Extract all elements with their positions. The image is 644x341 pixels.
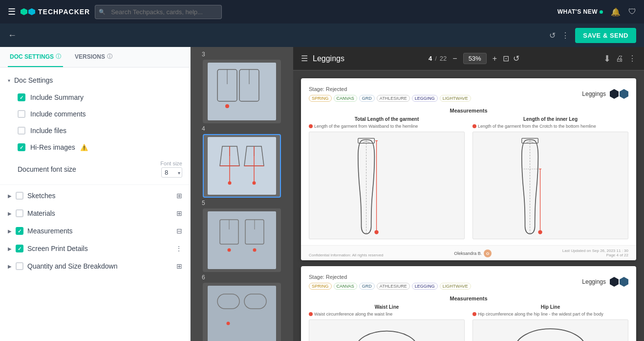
refresh-button[interactable]: ↺	[549, 31, 556, 40]
hi-res-images-item[interactable]: Hi-Res images ⚠️	[0, 139, 190, 156]
svg-point-4	[225, 104, 229, 108]
measurement-left: Total Length of the garment Length of th…	[309, 116, 465, 239]
thumb-number-3: 3	[200, 51, 205, 58]
sketches-label: Sketches	[27, 192, 172, 200]
left-sketch-svg	[309, 132, 464, 239]
thumb-number-5: 5	[200, 200, 205, 206]
screen-print-more-icon[interactable]: ⋮	[175, 245, 182, 252]
hi-res-images-checkbox[interactable]	[18, 143, 25, 151]
thumbnail-5[interactable]: 5	[200, 200, 284, 272]
thumb-image-5[interactable]	[203, 208, 281, 272]
thumb-image-4[interactable]	[203, 134, 281, 198]
page-info: Last Updated on Sep 26, 2023 11 : 30 Pag…	[562, 249, 628, 257]
tag-grd: GRD	[359, 95, 375, 102]
author-info: Oleksandra B. O	[454, 250, 492, 257]
font-size-row: Document font size Font size 8 9 10 11 1…	[0, 156, 190, 182]
sketches-table-icon[interactable]: ⊞	[176, 192, 182, 200]
p5-logo-hex-a	[610, 277, 619, 287]
quantity-size-table-icon[interactable]: ⊞	[176, 262, 182, 270]
svg-point-18	[253, 249, 257, 252]
zoom-level-display: 53%	[463, 53, 487, 64]
logo-hex-b	[620, 89, 628, 99]
zoom-in-button[interactable]: +	[491, 52, 499, 65]
materials-label: Materials	[27, 209, 172, 217]
back-button[interactable]: ←	[8, 30, 17, 41]
svg-rect-19	[217, 294, 239, 309]
thumbnail-6[interactable]: 6	[200, 274, 284, 341]
sketches-item[interactable]: ▶ Sketches ⊞	[0, 187, 190, 205]
more-options-button[interactable]: ⋮	[561, 31, 569, 40]
divider	[0, 184, 190, 185]
font-size-select[interactable]: 8 9 10 11 12	[161, 167, 182, 178]
search-input[interactable]	[95, 5, 222, 19]
tab-versions[interactable]: VERSIONS ⓘ	[73, 47, 114, 67]
notification-icon[interactable]: 🔔	[611, 7, 621, 17]
screen-print-chevron-icon: ▶	[8, 246, 12, 251]
svg-point-12	[253, 182, 256, 185]
thumb-image-6[interactable]	[203, 283, 281, 341]
shield-icon[interactable]: 🛡	[628, 7, 636, 16]
include-files-checkbox[interactable]	[18, 127, 25, 135]
zoom-out-button[interactable]: −	[451, 52, 459, 65]
doc-settings-section-header[interactable]: ▾ Doc Settings	[0, 71, 190, 89]
whats-new-button[interactable]: WHAT'S NEW	[558, 8, 603, 15]
measurements-item[interactable]: ▶ ✓ Measurements ⊟	[0, 222, 190, 240]
current-page-number: 4	[429, 55, 432, 62]
svg-point-21	[227, 321, 230, 325]
materials-checkbox[interactable]	[16, 209, 23, 217]
sidebar-tabs: DOC SETTINGS ⓘ VERSIONS ⓘ	[0, 47, 190, 68]
save-send-button[interactable]: SAVE & SEND	[575, 28, 636, 43]
quantity-size-item[interactable]: ▶ Quantity and Size Breakdown ⊞	[0, 257, 190, 275]
p5-tag-canvas: CANVAS	[334, 283, 357, 290]
download-button[interactable]: ⬇	[603, 53, 611, 64]
page-4-stage: Stage: Rejected	[309, 86, 347, 92]
right-sketch-svg	[473, 132, 628, 239]
thumb-sketch-3	[213, 67, 271, 116]
thumbnail-4[interactable]: 4	[200, 125, 284, 198]
svg-point-17	[228, 249, 231, 252]
hex1-icon	[21, 8, 27, 15]
page-5-doc-name: Leggings	[582, 278, 606, 285]
materials-item[interactable]: ▶ Materials ⊞	[0, 205, 190, 222]
doc-title: Leggings	[313, 54, 344, 63]
include-comments-checkbox[interactable]	[18, 110, 25, 118]
sketches-checkbox[interactable]	[16, 192, 23, 200]
viewer-more-button[interactable]: ⋮	[628, 54, 636, 63]
p5-tag-athlesiure: ATHLESIURE	[377, 283, 410, 290]
p5-left-red-dot	[309, 312, 313, 316]
notification-dot	[600, 10, 603, 14]
thumb-image-3[interactable]	[203, 60, 281, 123]
page-5-section-title: Measurements	[309, 296, 628, 301]
measurements-checkbox[interactable]: ✓	[16, 227, 23, 235]
versions-info-icon: ⓘ	[107, 53, 112, 60]
screen-print-item[interactable]: ▶ ✓ Screen Print Details ⋮	[0, 240, 190, 257]
rotate-button[interactable]: ↺	[513, 54, 519, 63]
include-comments-item[interactable]: Include comments	[0, 106, 190, 122]
page-5-stage: Stage: Rejected	[309, 274, 347, 280]
hamburger-menu-icon[interactable]: ☰	[8, 6, 16, 17]
page-number-text: Page 4 of 22	[562, 253, 628, 257]
thumb-sketch-5	[213, 216, 271, 265]
page-4-section-title: Measurements	[309, 108, 628, 114]
include-summary-checkbox[interactable]	[18, 93, 25, 101]
screen-print-checkbox[interactable]: ✓	[16, 245, 23, 252]
p5-measurement-right: Hip Line Hip circumference along the hip…	[472, 304, 628, 341]
fit-page-button[interactable]: ⊡	[503, 54, 509, 63]
right-sketch-area	[472, 132, 628, 239]
search-container[interactable]	[95, 5, 222, 19]
author-avatar: O	[484, 250, 492, 257]
page-5-tags: SPRING CANVAS GRD ATHLESIURE LEGGING LIG…	[309, 283, 471, 290]
quantity-size-checkbox[interactable]	[16, 262, 23, 270]
include-files-item[interactable]: Include files	[0, 122, 190, 139]
include-summary-item[interactable]: Include Summary	[0, 89, 190, 106]
p5-measurement-left-desc: Waist circumference along the waist line	[309, 312, 465, 317]
tag-canvas: CANVAS	[334, 95, 357, 102]
viewer-menu-button[interactable]: ☰	[301, 54, 308, 63]
measurements-table-icon[interactable]: ⊟	[176, 227, 182, 235]
tab-doc-settings[interactable]: DOC SETTINGS ⓘ	[8, 47, 63, 67]
materials-table-icon[interactable]: ⊞	[176, 209, 182, 217]
print-button[interactable]: 🖨	[616, 54, 623, 63]
thumbnail-3[interactable]: 3	[200, 51, 284, 123]
p5-measurement-left-title: Waist Line	[309, 304, 465, 310]
document-pages: Stage: Rejected SPRING CANVAS GRD ATHLES…	[293, 70, 644, 341]
